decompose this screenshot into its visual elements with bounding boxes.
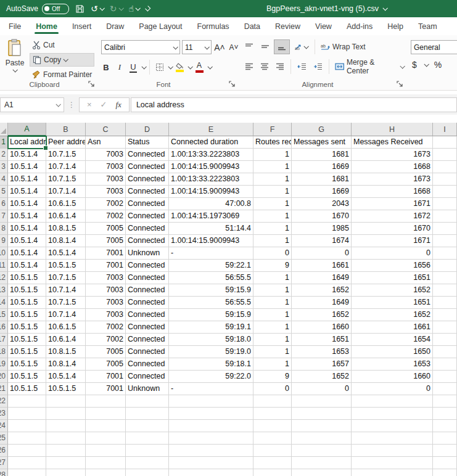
cell-H24[interactable] [352,420,433,432]
cell-E17[interactable]: 59:18.0 [169,334,253,346]
column-header-F[interactable]: F [253,123,292,136]
row-header-13[interactable]: 13 [0,284,8,297]
enter-button[interactable]: ✓ [101,100,107,109]
cell-F12[interactable]: 1 [253,272,292,284]
row-header-21[interactable]: 21 [0,383,8,395]
cell-B26[interactable] [46,445,86,457]
font-color-button[interactable]: A [193,60,205,74]
cell-A11[interactable]: 10.5.1.4 [8,260,46,272]
clipboard-dialog-launcher[interactable] [88,81,95,88]
cell-E23[interactable] [169,408,253,420]
cell-D27[interactable] [126,457,169,469]
cell-I1[interactable] [433,136,457,149]
cell-E8[interactable]: 51:14.4 [169,223,253,235]
cell-F3[interactable]: 1 [253,161,292,173]
cell-H22[interactable] [352,395,433,408]
cell-E21[interactable]: - [169,383,253,395]
touch-mode-button[interactable]: ☝ [129,4,140,13]
row-header-24[interactable]: 24 [0,420,8,432]
cell-E19[interactable]: 59:18.1 [169,358,253,371]
cell-D10[interactable]: Unknown [126,247,169,260]
cell-F17[interactable]: 1 [253,334,292,346]
name-box-dropdown-icon[interactable] [56,102,60,107]
cell-B4[interactable]: 10.7.1.5 [46,173,86,186]
cell-A16[interactable]: 10.5.1.5 [8,321,46,334]
cut-button[interactable]: Cut [30,39,94,51]
row-header-3[interactable]: 3 [0,161,8,173]
underline-dropdown-icon[interactable] [141,64,146,69]
tab-add-ins[interactable]: Add-ins [339,17,380,35]
cell-F14[interactable]: 1 [253,297,292,309]
cell-E1[interactable]: Connected duration [169,136,253,149]
column-header-G[interactable]: G [292,123,352,136]
copy-dropdown-icon[interactable] [63,57,68,62]
cell-I11[interactable] [433,260,457,272]
cell-C8[interactable]: 7005 [86,223,126,235]
cell-B15[interactable]: 10.7.1.4 [46,309,86,321]
row-header-19[interactable]: 19 [0,358,8,371]
cell-D28[interactable] [126,469,169,476]
cell-A27[interactable] [8,457,46,469]
row-header-11[interactable]: 11 [0,260,8,272]
cell-D9[interactable]: Connected [126,235,169,247]
cell-I3[interactable] [433,161,457,173]
cell-G10[interactable]: 0 [292,247,352,260]
tab-data[interactable]: Data [237,17,268,35]
copy-button[interactable]: Copy [30,53,94,67]
align-left-button[interactable] [242,60,256,73]
cell-H10[interactable]: 0 [352,247,433,260]
cell-G17[interactable]: 1651 [292,334,352,346]
cell-B13[interactable]: 10.7.1.4 [46,284,86,297]
cell-F27[interactable] [253,457,292,469]
cell-F18[interactable]: 1 [253,346,292,358]
customize-quick-access-button[interactable] [146,7,149,11]
cell-C25[interactable] [86,432,126,445]
font-dialog-launcher[interactable] [229,81,236,88]
cell-D11[interactable]: Connected [126,260,169,272]
cell-G15[interactable]: 1652 [292,309,352,321]
cell-D5[interactable]: Connected [126,186,169,198]
cell-I8[interactable] [433,223,457,235]
row-header-18[interactable]: 18 [0,346,8,358]
cell-E2[interactable]: 1.00:13:33.2223803 [169,149,253,161]
row-header-26[interactable]: 26 [0,445,8,457]
autosave-toggle[interactable]: AutoSave Off [6,4,69,14]
cell-A14[interactable]: 10.5.1.5 [8,297,46,309]
cell-E22[interactable] [169,395,253,408]
cell-A20[interactable]: 10.5.1.5 [8,371,46,383]
select-all-corner[interactable] [0,123,8,136]
cell-D19[interactable]: Connected [126,358,169,371]
cell-G25[interactable] [292,432,352,445]
row-header-9[interactable]: 9 [0,235,8,247]
cell-A2[interactable]: 10.5.1.4 [8,149,46,161]
cell-B6[interactable]: 10.6.1.5 [46,198,86,210]
cell-F7[interactable]: 1 [253,210,292,223]
cell-A28[interactable] [8,469,46,476]
wrap-text-button[interactable]: ab Wrap Text [319,39,368,54]
tab-help[interactable]: Help [380,17,411,35]
row-header-28[interactable]: 28 [0,469,8,476]
cell-C5[interactable]: 7003 [86,186,126,198]
cell-C20[interactable]: 7001 [86,371,126,383]
row-header-6[interactable]: 6 [0,198,8,210]
cell-C2[interactable]: 7003 [86,149,126,161]
cell-I20[interactable] [433,371,457,383]
cell-H12[interactable]: 1651 [352,272,433,284]
font-name-select[interactable]: Calibri [101,40,180,54]
cell-E24[interactable] [169,420,253,432]
align-right-button[interactable] [273,60,287,73]
cell-H25[interactable] [352,432,433,445]
cell-F13[interactable]: 1 [253,284,292,297]
row-header-14[interactable]: 14 [0,297,8,309]
column-header-E[interactable]: E [169,123,253,136]
align-center-button[interactable] [257,60,271,73]
row-header-23[interactable]: 23 [0,408,8,420]
cell-G4[interactable]: 1681 [292,173,352,186]
cell-B1[interactable]: Peer address [46,136,86,149]
cell-D24[interactable] [126,420,169,432]
cell-B7[interactable]: 10.6.1.4 [46,210,86,223]
row-header-16[interactable]: 16 [0,321,8,334]
cell-F20[interactable]: 9 [253,371,292,383]
cell-G3[interactable]: 1669 [292,161,352,173]
italic-button[interactable]: I [113,60,126,74]
